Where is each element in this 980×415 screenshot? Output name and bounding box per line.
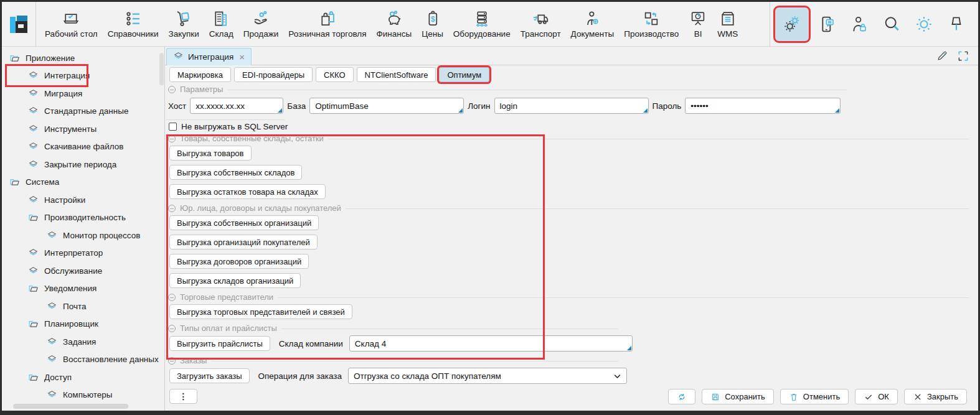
collapse-icon[interactable] — [168, 357, 176, 365]
button-label: Отменить — [803, 392, 840, 401]
group-1-button-2[interactable]: Выгрузка договоров организаций — [169, 254, 309, 269]
sidebar-item-6[interactable]: Закрытие периода — [2, 156, 164, 174]
toolbar-item-1[interactable]: Справочники — [103, 2, 164, 46]
group-0-button-1[interactable]: Выгрузка собственных складов — [169, 165, 302, 180]
base-input[interactable]: OptimumBase — [309, 98, 464, 114]
sidebar-vertical-scrollbar[interactable] — [159, 49, 164, 402]
refresh-button[interactable] — [668, 389, 695, 404]
toolbar-button-user-lock[interactable] — [845, 7, 874, 41]
toolbar-item-8[interactable]: Оборудование — [448, 2, 516, 46]
sidebar-item-17[interactable]: Восстановление данных — [2, 351, 164, 369]
sidebar-item-9[interactable]: Производительность — [2, 209, 164, 227]
tab-integration[interactable]: Интеграция × — [166, 48, 252, 65]
order-operation-select[interactable]: Отгрузка со склада ОПТ покупателям — [348, 368, 627, 384]
fullscreen-button[interactable] — [957, 50, 969, 64]
sidebar-item-15[interactable]: Планировщик — [2, 315, 164, 333]
sidebar-item-label: Компьютеры — [63, 390, 113, 399]
login-input[interactable]: login — [494, 98, 649, 114]
toolbar-item-10[interactable]: Документы — [566, 2, 620, 46]
sidebar-item-label: Скачивание файлов — [44, 142, 123, 151]
sidebar-item-13[interactable]: Уведомления — [2, 280, 164, 298]
sidebar-item-label: Доступ — [44, 373, 72, 382]
sidebar-item-16[interactable]: Задания — [2, 333, 164, 351]
subtab-1[interactable]: EDI-провайдеры — [234, 67, 313, 82]
host-input[interactable]: xx.xxxx.xx.xx — [190, 98, 283, 114]
sidebar-item-10[interactable]: Монитор процессов — [2, 226, 164, 245]
close-button[interactable]: Закрыть — [904, 389, 967, 404]
toolbar-item-5[interactable]: Розничная торговля — [283, 2, 371, 46]
sidebar-item-11[interactable]: Интерпретатор — [2, 245, 164, 263]
group-4-button-0[interactable]: Загрузить заказы — [169, 368, 250, 383]
cancel-button[interactable]: Отменить — [780, 389, 849, 404]
toolbar-item-7[interactable]: $Цены — [417, 2, 448, 46]
subtab-4[interactable]: Оптимум — [439, 67, 489, 82]
checkbox-icon[interactable] — [169, 123, 177, 131]
sidebar-item-2[interactable]: Миграция — [2, 85, 164, 103]
sidebar-item-3[interactable]: Стандартные данные — [2, 103, 164, 121]
toolbar-item-0[interactable]: Рабочий стол — [40, 2, 103, 46]
toolbar-item-label: Цены — [422, 29, 443, 39]
wms-icon — [719, 9, 737, 28]
toolbar-button-brightness[interactable] — [910, 7, 938, 41]
toolbar-item-label: Продажи — [243, 29, 278, 39]
group-1-button-0[interactable]: Выгрузка собственных организаций — [169, 215, 319, 230]
company-warehouse-input[interactable]: Склад 4 — [349, 335, 633, 352]
sidebar-item-19[interactable]: Компьютеры — [2, 386, 164, 404]
edit-button[interactable] — [936, 50, 948, 64]
sidebar-item-14[interactable]: Почта — [2, 297, 164, 315]
toolbar-button-pin[interactable] — [942, 7, 971, 41]
toolbar-item-2[interactable]: Закупки — [164, 2, 204, 46]
toolbar-item-4[interactable]: Продажи — [238, 2, 283, 46]
ok-button[interactable]: ОК — [855, 389, 898, 404]
toolbar-item-11[interactable]: Производство — [619, 2, 684, 46]
collapse-icon[interactable] — [168, 135, 176, 142]
sidebar-nav: ПриложениеИнтеграцияМиграцияСтандартные … — [2, 47, 165, 411]
toolbar-item-13[interactable]: WMS — [712, 2, 743, 46]
toolbar-button-mobile-chat[interactable] — [813, 7, 841, 41]
transport-icon — [531, 9, 550, 28]
group-1-button-3[interactable]: Выгрузка складов организаций — [169, 273, 301, 288]
sidebar-item-label: Стандартные данные — [44, 106, 128, 116]
group-3-button-0[interactable]: Выгрузить прайслисты — [169, 336, 270, 351]
group-0-button-0[interactable]: Выгрузка товаров — [169, 146, 252, 161]
close-icon[interactable]: × — [239, 52, 245, 62]
collapse-icon[interactable] — [168, 325, 176, 332]
more-actions-button[interactable]: ⋮ — [169, 389, 197, 404]
toolbar-item-12[interactable]: BI — [684, 2, 712, 46]
collapse-icon[interactable] — [168, 294, 176, 301]
sidebar-item-0[interactable]: Приложение — [2, 49, 164, 67]
folder-icon — [28, 212, 39, 223]
sidebar-item-12[interactable]: Обслуживание — [2, 262, 164, 280]
toolbar-item-6[interactable]: Финансы — [372, 2, 417, 46]
sidebar-horizontal-scrollbar[interactable] — [9, 404, 153, 409]
sidebar-item-4[interactable]: Инструменты — [2, 120, 164, 138]
subtab-2[interactable]: СККО — [316, 67, 354, 82]
toolbar-button-settings-gears[interactable] — [775, 7, 809, 41]
field-label: Пароль — [653, 101, 682, 111]
toolbar-item-label: Транспорт — [521, 29, 561, 39]
password-input[interactable]: •••••• — [685, 98, 841, 114]
footer-actions: СохранитьОтменитьОКЗакрыть — [668, 389, 967, 404]
collapse-icon[interactable] — [168, 205, 176, 212]
toolbar-button-search[interactable] — [877, 7, 906, 41]
save-button[interactable]: Сохранить — [702, 389, 774, 404]
sidebar-item-label: Миграция — [44, 89, 82, 98]
sidebar-item-18[interactable]: Доступ — [2, 368, 164, 386]
equipment-icon — [473, 9, 491, 28]
no-sql-export-checkbox[interactable]: Не выгружать в SQL Server — [169, 122, 288, 131]
subtab-0[interactable]: Маркировка — [169, 67, 231, 82]
sidebar-item-8[interactable]: Настройки — [2, 191, 164, 209]
sidebar-item-7[interactable]: Система — [2, 174, 164, 192]
app-window: Рабочий столСправочникиЗакупкиСкладПрода… — [0, 0, 980, 415]
toolbar-item-label: WMS — [717, 29, 738, 39]
collapse-icon[interactable] — [168, 86, 176, 93]
group-2-button-0[interactable]: Выгрузка торговых представителей и связе… — [169, 304, 352, 319]
layers-icon — [28, 106, 39, 116]
group-0-button-2[interactable]: Выгрузка остатков товара на складах — [169, 184, 326, 199]
sidebar-item-5[interactable]: Скачивание файлов — [2, 138, 164, 156]
toolbar-item-9[interactable]: Транспорт — [516, 2, 566, 46]
subtab-3[interactable]: NTClientSoftware — [357, 67, 436, 82]
group-1-button-1[interactable]: Выгрузка организаций покупателей — [169, 235, 318, 249]
toolbar-item-3[interactable]: Склад — [204, 2, 238, 46]
sidebar-item-1[interactable]: Интеграция — [2, 67, 164, 85]
